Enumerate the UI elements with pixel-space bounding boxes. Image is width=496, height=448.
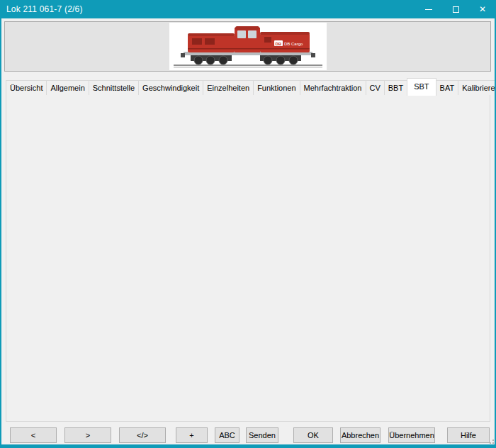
tab-einzelheiten[interactable]: Einzelheiten — [203, 80, 254, 95]
compare-button[interactable]: </> — [119, 427, 166, 443]
window-border — [0, 444, 496, 448]
tab-uebersicht[interactable]: Übersicht — [6, 80, 47, 95]
tab-geschwindigkeit[interactable]: Geschwindigkeit — [138, 80, 203, 95]
tab-funktionen[interactable]: Funktionen — [253, 80, 300, 95]
tab-sbt[interactable]: SBT — [407, 78, 436, 96]
titlebar[interactable]: Lok 211 061-7 (2/6) ✕ — [0, 0, 496, 18]
svg-text:DB: DB — [275, 42, 281, 46]
maximize-icon — [453, 6, 459, 13]
uebernehmen-button[interactable]: Übernehmen — [388, 427, 435, 443]
minimize-icon — [425, 9, 432, 10]
abc-button[interactable]: ABC — [215, 427, 239, 443]
minimize-button[interactable] — [415, 0, 442, 18]
prev-button[interactable]: < — [10, 427, 57, 443]
window-controls: ✕ — [415, 0, 496, 18]
ok-button[interactable]: OK — [293, 427, 333, 443]
tab-strip: Übersicht Allgemein Schnittstelle Geschw… — [6, 79, 496, 95]
tab-schnittstelle[interactable]: Schnittstelle — [89, 80, 139, 95]
sbt-tab-pane — [6, 94, 490, 422]
tab-bat[interactable]: BAT — [436, 80, 459, 95]
locomotive-image-panel: DB DB Cargo — [4, 21, 491, 72]
window-border — [0, 18, 1, 448]
close-icon: ✕ — [479, 5, 486, 13]
plus-button[interactable]: + — [176, 427, 208, 443]
resize-grip[interactable] — [489, 439, 494, 444]
lok-settings-dialog: Lok 211 061-7 (2/6) ✕ — [0, 0, 496, 448]
abbrechen-button[interactable]: Abbrechen — [340, 427, 381, 443]
tab-allgemein[interactable]: Allgemein — [46, 80, 89, 95]
senden-button[interactable]: Senden — [246, 427, 278, 443]
tab-bbt[interactable]: BBT — [384, 80, 407, 95]
svg-text:DB Cargo: DB Cargo — [284, 42, 303, 46]
maximize-button[interactable] — [442, 0, 469, 18]
tab-cv[interactable]: CV — [366, 80, 385, 95]
window-title: Lok 211 061-7 (2/6) — [0, 4, 83, 14]
locomotive-image: DB DB Cargo — [169, 23, 327, 70]
hilfe-button[interactable]: Hilfe — [447, 427, 490, 443]
locomotive-illustration: DB DB Cargo — [169, 23, 327, 70]
close-button[interactable]: ✕ — [469, 0, 496, 18]
tab-kalibrieren[interactable]: Kalibrieren — [458, 80, 496, 95]
tab-mehrfachtraktion[interactable]: Mehrfachtraktion — [300, 80, 366, 95]
next-button[interactable]: > — [64, 427, 111, 443]
